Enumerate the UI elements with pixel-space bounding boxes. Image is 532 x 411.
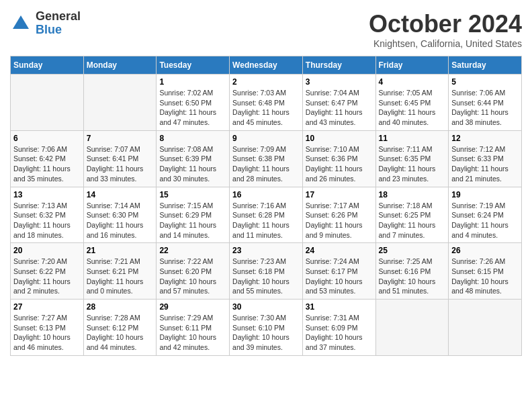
- title-section: October 2024 Knightsen, California, Unit…: [369, 10, 522, 49]
- calendar-cell: 14Sunrise: 7:14 AM Sunset: 6:30 PM Dayli…: [83, 187, 157, 243]
- logo: General Blue: [10, 10, 81, 37]
- day-number: 9: [232, 134, 300, 143]
- day-number: 1: [159, 77, 226, 87]
- day-number: 4: [379, 77, 446, 87]
- header-friday: Friday: [375, 56, 449, 75]
- day-number: 13: [13, 190, 81, 199]
- day-number: 25: [379, 246, 446, 255]
- calendar-cell: 29Sunrise: 7:29 AM Sunset: 6:11 PM Dayli…: [157, 300, 230, 356]
- calendar-cell: 7Sunrise: 7:07 AM Sunset: 6:41 PM Daylig…: [83, 130, 157, 187]
- day-number: 26: [451, 246, 519, 255]
- month-title: October 2024: [369, 10, 522, 38]
- day-info: Sunrise: 7:18 AM Sunset: 6:25 PM Dayligh…: [379, 201, 446, 240]
- day-number: 27: [13, 302, 81, 312]
- day-info: Sunrise: 7:23 AM Sunset: 6:18 PM Dayligh…: [232, 257, 300, 296]
- week-row-0: 1Sunrise: 7:02 AM Sunset: 6:50 PM Daylig…: [11, 75, 522, 131]
- week-row-4: 27Sunrise: 7:27 AM Sunset: 6:13 PM Dayli…: [11, 300, 522, 356]
- day-info: Sunrise: 7:26 AM Sunset: 6:15 PM Dayligh…: [451, 257, 519, 296]
- day-number: 30: [232, 302, 300, 312]
- day-info: Sunrise: 7:13 AM Sunset: 6:32 PM Dayligh…: [13, 201, 81, 240]
- day-info: Sunrise: 7:04 AM Sunset: 6:47 PM Dayligh…: [306, 88, 373, 128]
- calendar-cell: 27Sunrise: 7:27 AM Sunset: 6:13 PM Dayli…: [11, 300, 84, 356]
- day-info: Sunrise: 7:29 AM Sunset: 6:11 PM Dayligh…: [159, 313, 226, 353]
- header-saturday: Saturday: [449, 56, 522, 75]
- day-info: Sunrise: 7:24 AM Sunset: 6:17 PM Dayligh…: [306, 257, 373, 296]
- day-number: 8: [159, 134, 226, 143]
- calendar-cell: 20Sunrise: 7:20 AM Sunset: 6:22 PM Dayli…: [11, 243, 84, 300]
- day-info: Sunrise: 7:09 AM Sunset: 6:38 PM Dayligh…: [232, 144, 300, 184]
- day-info: Sunrise: 7:11 AM Sunset: 6:35 PM Dayligh…: [379, 144, 446, 184]
- day-number: 14: [87, 190, 154, 199]
- day-number: 29: [159, 302, 226, 312]
- calendar-cell: 16Sunrise: 7:16 AM Sunset: 6:28 PM Dayli…: [230, 187, 303, 243]
- day-info: Sunrise: 7:06 AM Sunset: 6:42 PM Dayligh…: [13, 144, 81, 184]
- day-info: Sunrise: 7:17 AM Sunset: 6:26 PM Dayligh…: [306, 201, 373, 240]
- header-thursday: Thursday: [302, 56, 375, 75]
- day-number: 21: [87, 246, 154, 255]
- calendar-cell: [449, 300, 522, 356]
- calendar-cell: 17Sunrise: 7:17 AM Sunset: 6:26 PM Dayli…: [302, 187, 375, 243]
- calendar-cell: 13Sunrise: 7:13 AM Sunset: 6:32 PM Dayli…: [11, 187, 84, 243]
- day-info: Sunrise: 7:19 AM Sunset: 6:24 PM Dayligh…: [451, 201, 519, 240]
- day-info: Sunrise: 7:14 AM Sunset: 6:30 PM Dayligh…: [87, 201, 154, 240]
- calendar-cell: 15Sunrise: 7:15 AM Sunset: 6:29 PM Dayli…: [157, 187, 230, 243]
- day-info: Sunrise: 7:08 AM Sunset: 6:39 PM Dayligh…: [159, 144, 226, 184]
- calendar-cell: 11Sunrise: 7:11 AM Sunset: 6:35 PM Dayli…: [375, 130, 449, 187]
- location: Knightsen, California, United States: [369, 38, 522, 49]
- day-number: 22: [159, 246, 226, 255]
- week-row-1: 6Sunrise: 7:06 AM Sunset: 6:42 PM Daylig…: [11, 130, 522, 187]
- calendar-cell: 25Sunrise: 7:25 AM Sunset: 6:16 PM Dayli…: [375, 243, 449, 300]
- calendar-cell: 12Sunrise: 7:12 AM Sunset: 6:33 PM Dayli…: [449, 130, 522, 187]
- day-info: Sunrise: 7:12 AM Sunset: 6:33 PM Dayligh…: [451, 144, 519, 184]
- calendar-cell: [83, 75, 157, 131]
- day-info: Sunrise: 7:16 AM Sunset: 6:28 PM Dayligh…: [232, 201, 300, 240]
- calendar-cell: 1Sunrise: 7:02 AM Sunset: 6:50 PM Daylig…: [157, 75, 230, 131]
- calendar-cell: 24Sunrise: 7:24 AM Sunset: 6:17 PM Dayli…: [302, 243, 375, 300]
- day-number: 11: [379, 134, 446, 143]
- day-number: 17: [306, 190, 373, 199]
- header-sunday: Sunday: [11, 56, 84, 75]
- calendar-cell: 2Sunrise: 7:03 AM Sunset: 6:48 PM Daylig…: [230, 75, 303, 131]
- calendar-cell: 31Sunrise: 7:31 AM Sunset: 6:09 PM Dayli…: [302, 300, 375, 356]
- logo-blue: Blue: [36, 24, 81, 37]
- calendar-cell: 3Sunrise: 7:04 AM Sunset: 6:47 PM Daylig…: [302, 75, 375, 131]
- day-number: 18: [379, 190, 446, 199]
- calendar-cell: 8Sunrise: 7:08 AM Sunset: 6:39 PM Daylig…: [157, 130, 230, 187]
- calendar-cell: [11, 75, 84, 131]
- calendar-cell: [375, 300, 449, 356]
- calendar-table: SundayMondayTuesdayWednesdayThursdayFrid…: [10, 56, 522, 356]
- calendar-cell: 30Sunrise: 7:30 AM Sunset: 6:10 PM Dayli…: [230, 300, 303, 356]
- day-number: 16: [232, 190, 300, 199]
- page-header: General Blue October 2024 Knightsen, Cal…: [10, 10, 522, 49]
- day-number: 10: [306, 134, 373, 143]
- day-info: Sunrise: 7:05 AM Sunset: 6:45 PM Dayligh…: [379, 88, 446, 128]
- calendar-header-row: SundayMondayTuesdayWednesdayThursdayFrid…: [11, 56, 522, 75]
- calendar-cell: 18Sunrise: 7:18 AM Sunset: 6:25 PM Dayli…: [375, 187, 449, 243]
- logo-general: General: [36, 10, 81, 24]
- day-info: Sunrise: 7:30 AM Sunset: 6:10 PM Dayligh…: [232, 313, 300, 353]
- calendar-cell: 19Sunrise: 7:19 AM Sunset: 6:24 PM Dayli…: [449, 187, 522, 243]
- calendar-cell: 4Sunrise: 7:05 AM Sunset: 6:45 PM Daylig…: [375, 75, 449, 131]
- calendar-cell: 23Sunrise: 7:23 AM Sunset: 6:18 PM Dayli…: [230, 243, 303, 300]
- day-number: 5: [451, 77, 519, 87]
- day-info: Sunrise: 7:10 AM Sunset: 6:36 PM Dayligh…: [306, 144, 373, 184]
- calendar-cell: 9Sunrise: 7:09 AM Sunset: 6:38 PM Daylig…: [230, 130, 303, 187]
- day-info: Sunrise: 7:07 AM Sunset: 6:41 PM Dayligh…: [87, 144, 154, 184]
- calendar-cell: 26Sunrise: 7:26 AM Sunset: 6:15 PM Dayli…: [449, 243, 522, 300]
- week-row-3: 20Sunrise: 7:20 AM Sunset: 6:22 PM Dayli…: [11, 243, 522, 300]
- header-tuesday: Tuesday: [157, 56, 230, 75]
- day-info: Sunrise: 7:15 AM Sunset: 6:29 PM Dayligh…: [159, 201, 226, 240]
- week-row-2: 13Sunrise: 7:13 AM Sunset: 6:32 PM Dayli…: [11, 187, 522, 243]
- day-number: 2: [232, 77, 300, 87]
- day-number: 6: [13, 134, 81, 143]
- day-info: Sunrise: 7:20 AM Sunset: 6:22 PM Dayligh…: [13, 257, 81, 296]
- calendar-cell: 6Sunrise: 7:06 AM Sunset: 6:42 PM Daylig…: [11, 130, 84, 187]
- day-info: Sunrise: 7:03 AM Sunset: 6:48 PM Dayligh…: [232, 88, 300, 128]
- calendar-cell: 21Sunrise: 7:21 AM Sunset: 6:21 PM Dayli…: [83, 243, 157, 300]
- day-number: 7: [87, 134, 154, 143]
- day-info: Sunrise: 7:25 AM Sunset: 6:16 PM Dayligh…: [379, 257, 446, 296]
- day-info: Sunrise: 7:02 AM Sunset: 6:50 PM Dayligh…: [159, 88, 226, 128]
- day-number: 19: [451, 190, 519, 199]
- day-info: Sunrise: 7:22 AM Sunset: 6:20 PM Dayligh…: [159, 257, 226, 296]
- calendar-cell: 5Sunrise: 7:06 AM Sunset: 6:44 PM Daylig…: [449, 75, 522, 131]
